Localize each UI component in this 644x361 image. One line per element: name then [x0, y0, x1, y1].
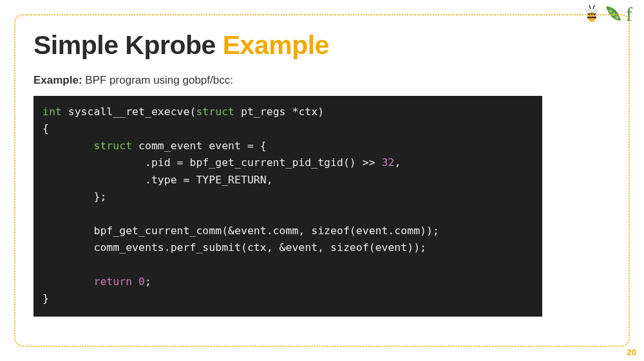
title-part2: Example	[223, 30, 329, 60]
subtitle: Example: BPF program using gobpf/bcc:	[33, 74, 611, 87]
subtitle-label: Example:	[33, 74, 82, 86]
svg-line-5	[589, 5, 591, 9]
subtitle-text: BPF program using gobpf/bcc:	[82, 74, 233, 86]
svg-point-3	[585, 8, 592, 14]
svg-point-7	[609, 9, 612, 12]
title-part1: Simple Kprobe	[33, 30, 223, 60]
content-frame: Simple Kprobe Example Example: BPF progr…	[14, 14, 630, 347]
code-block: int syscall__ret_execve(struct pt_regs *…	[33, 96, 542, 317]
slide: f Simple Kprobe Example Example: BPF pro…	[0, 0, 644, 361]
page-number: 20	[627, 347, 636, 357]
slide-title: Simple Kprobe Example	[33, 31, 611, 60]
svg-line-6	[593, 5, 594, 9]
svg-point-4	[592, 8, 598, 14]
